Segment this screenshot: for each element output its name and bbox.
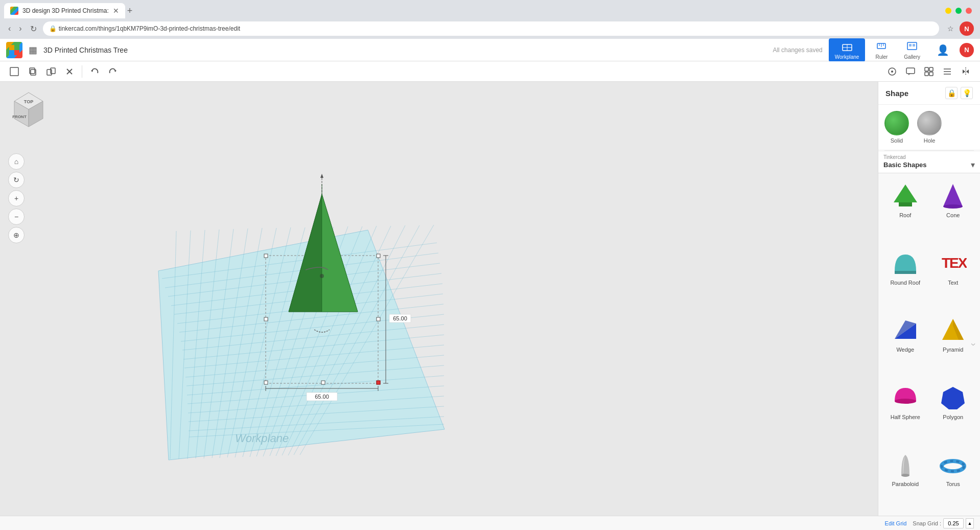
grid-icon[interactable]: ▦	[29, 44, 37, 56]
view-cube[interactable]: TOP FRONT	[8, 90, 49, 141]
svg-text:65.00: 65.00	[315, 394, 329, 400]
svg-rect-90	[377, 381, 380, 384]
category-dropdown-icon[interactable]: ▾	[971, 160, 975, 170]
roof-label: Roof	[899, 212, 911, 218]
shape-item-half-sphere[interactable]: Half Sphere	[882, 379, 928, 445]
svg-rect-28	[925, 72, 928, 76]
zoom-out-button[interactable]: −	[8, 209, 25, 225]
svg-rect-112	[895, 271, 916, 274]
group-button[interactable]	[921, 63, 937, 80]
copy-button[interactable]	[25, 63, 41, 80]
comment-button[interactable]	[902, 63, 919, 80]
user-avatar-header[interactable]: N	[960, 43, 974, 57]
camera-controls: ⌂ ↻ + − ⊕	[8, 153, 25, 243]
svg-rect-27	[929, 67, 933, 71]
minimize-button[interactable]	[945, 8, 951, 14]
home-view-button[interactable]: ⌂	[8, 153, 25, 170]
solid-hole-selector: Solid Hole	[878, 105, 980, 150]
maximize-button[interactable]	[955, 8, 962, 14]
main-toolbar	[0, 61, 980, 82]
address-bar[interactable]: 🔒 tinkercad.com/things/1qbKM7P9imO-3d-pr…	[43, 21, 939, 36]
new-shape-button[interactable]	[6, 63, 22, 80]
ruler-icon	[876, 40, 887, 54]
shape-item-paraboloid[interactable]: Paraboloid	[882, 446, 928, 512]
hole-option[interactable]: Hole	[917, 111, 942, 144]
duplicate-button[interactable]	[43, 63, 59, 80]
solid-option[interactable]: Solid	[884, 111, 909, 144]
shape-item-roof[interactable]: Roof	[882, 177, 928, 243]
undo-button[interactable]	[86, 63, 103, 80]
align-button[interactable]	[939, 63, 955, 80]
gallery-button[interactable]: Gallery	[898, 38, 926, 62]
svg-marker-35	[966, 70, 969, 74]
svg-rect-13	[913, 44, 915, 47]
solid-preview	[884, 111, 909, 135]
header-actions: Workplane Ruler Gallery 👤 N	[829, 38, 974, 62]
redo-button[interactable]	[105, 63, 121, 80]
svg-text:TEXT: TEXT	[942, 255, 967, 271]
profile-icon[interactable]: N	[960, 21, 974, 36]
shapes-grid: Roof Cone	[878, 173, 980, 516]
shape-item-wedge[interactable]: Wedge	[882, 312, 928, 377]
new-tab-button[interactable]: +	[127, 6, 133, 16]
ruler-button[interactable]: Ruler	[869, 38, 894, 62]
bottom-bar: Edit Grid Snap Grid : ▲	[0, 516, 980, 530]
canvas-area[interactable]: TOP FRONT ⌂ ↻ + − ⊕	[0, 82, 878, 516]
snap-button[interactable]	[884, 63, 900, 80]
lock-button[interactable]: 🔒	[945, 87, 958, 99]
info-button[interactable]: 💡	[961, 87, 973, 99]
back-button[interactable]: ‹	[6, 22, 13, 35]
user-profile-button[interactable]: 👤	[930, 42, 955, 58]
close-button[interactable]	[966, 8, 972, 14]
torus-label: Torus	[946, 481, 960, 487]
mirror-button[interactable]	[958, 63, 974, 80]
svg-rect-14	[10, 67, 18, 76]
svg-rect-86	[377, 317, 380, 321]
forward-button[interactable]: ›	[17, 22, 24, 35]
svg-rect-1	[14, 45, 19, 50]
svg-rect-109	[899, 202, 912, 206]
delete-button[interactable]	[61, 63, 78, 80]
svg-marker-108	[894, 185, 917, 202]
shape-item-text[interactable]: TEXT Text	[930, 245, 976, 310]
svg-rect-84	[377, 254, 380, 258]
polygon-icon	[939, 383, 967, 412]
workplane-button[interactable]: Workplane	[829, 38, 866, 62]
fit-view-button[interactable]: ⊕	[8, 227, 25, 243]
svg-point-111	[943, 204, 963, 209]
tab-close-btn[interactable]: ✕	[113, 7, 119, 15]
half-sphere-icon	[891, 383, 920, 412]
star-icon[interactable]: ☆	[943, 21, 958, 36]
gallery-label: Gallery	[904, 54, 920, 60]
wedge-icon	[891, 316, 920, 344]
svg-point-24	[891, 71, 893, 73]
svg-marker-110	[943, 184, 963, 206]
shape-item-polygon[interactable]: Polygon	[930, 379, 976, 445]
shape-item-round-roof[interactable]: Round Roof	[882, 245, 928, 310]
shape-item-cone[interactable]: Cone	[930, 177, 976, 243]
torus-icon	[939, 450, 967, 479]
app-logo	[6, 42, 22, 58]
snap-increment-button[interactable]: ▲	[966, 518, 974, 528]
svg-text:TOP: TOP	[24, 99, 33, 104]
edit-grid-label[interactable]: Edit Grid	[885, 520, 907, 526]
reload-button[interactable]: ↻	[28, 22, 39, 36]
svg-marker-119	[941, 387, 965, 409]
active-tab[interactable]: 3D design 3D Printed Christma: ✕	[4, 3, 125, 18]
hole-label: Hole	[924, 137, 936, 144]
text-label: Text	[948, 280, 958, 286]
solid-label: Solid	[891, 137, 903, 144]
user-avatar: N	[960, 21, 974, 36]
snap-grid-input[interactable]	[943, 518, 964, 528]
shape-item-torus[interactable]: Torus	[930, 446, 976, 512]
round-roof-icon	[891, 249, 920, 278]
gallery-icon	[906, 40, 918, 54]
zoom-in-button[interactable]: +	[8, 190, 25, 206]
svg-text:Workplane: Workplane	[235, 432, 289, 445]
svg-rect-11	[907, 42, 917, 50]
workplane-icon	[842, 40, 853, 54]
svg-marker-106	[320, 174, 323, 178]
orbit-button[interactable]: ↻	[8, 172, 25, 188]
shape-title: Shape	[885, 89, 941, 98]
svg-rect-85	[264, 317, 268, 321]
